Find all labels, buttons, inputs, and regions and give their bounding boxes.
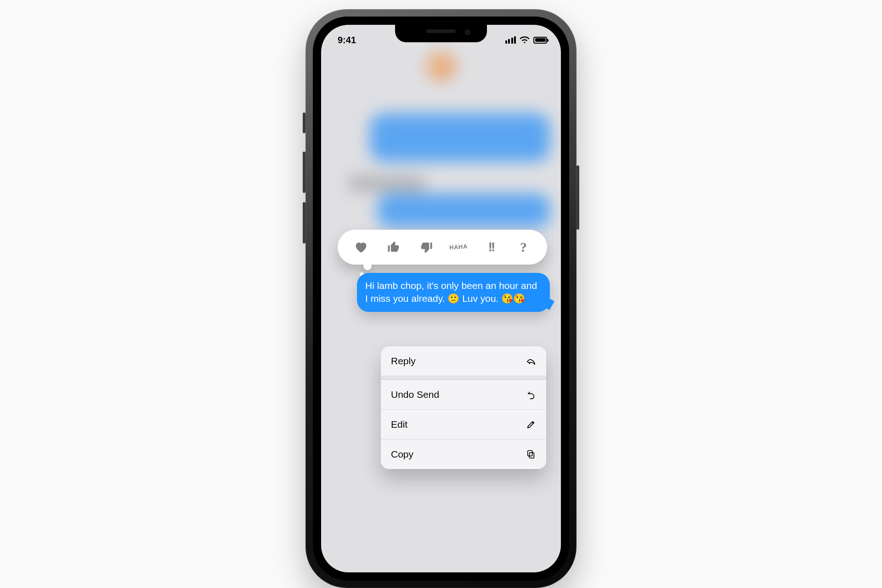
tapback-bar: HA HA !! ? (338, 230, 547, 265)
copy-icon (526, 449, 536, 459)
question-mark-icon: ? (520, 239, 527, 255)
menu-separator (381, 376, 546, 379)
side-button (577, 165, 579, 230)
double-exclamation-icon: !! (488, 240, 494, 254)
front-camera (465, 29, 470, 35)
mute-switch (303, 113, 305, 133)
tapback-heart[interactable] (351, 237, 371, 257)
volume-down-button (303, 202, 305, 243)
thumbs-up-icon (387, 240, 401, 254)
haha-text-bot: HA (458, 244, 468, 250)
message-context-menu: Reply Undo Send Edit Copy (381, 346, 546, 469)
pencil-icon (526, 419, 536, 430)
status-time: 9:41 (338, 35, 356, 45)
cellular-signal-icon (505, 36, 516, 44)
svg-rect-0 (529, 452, 534, 458)
phone-bezel: 9:41 (313, 17, 569, 581)
haha-text-top: HA (449, 244, 459, 250)
undo-icon (526, 390, 536, 400)
tapback-haha[interactable]: HA HA (448, 237, 469, 258)
tapback-question[interactable]: ? (514, 237, 534, 257)
tapback-like[interactable] (384, 237, 404, 257)
menu-label: Reply (391, 356, 416, 367)
menu-item-copy[interactable]: Copy (381, 439, 546, 469)
phone-screen: 9:41 (321, 25, 561, 572)
display-notch (395, 25, 487, 42)
bubble-tail (541, 296, 554, 310)
heart-icon (354, 240, 368, 254)
menu-item-reply[interactable]: Reply (381, 346, 546, 376)
wifi-icon (520, 36, 530, 44)
message-text: Hi lamb chop, it's only been an hour and… (365, 279, 542, 305)
menu-item-edit[interactable]: Edit (381, 409, 546, 439)
tapback-dislike[interactable] (416, 237, 436, 257)
thumbs-down-icon (419, 240, 433, 254)
iphone-frame: 9:41 (305, 9, 577, 588)
tapback-tail-dot (363, 262, 372, 270)
message-action-overlay: HA HA !! ? Hi lamb chop, it's only been … (321, 25, 561, 572)
battery-icon (533, 37, 547, 44)
focused-message-bubble[interactable]: Hi lamb chop, it's only been an hour and… (357, 273, 550, 312)
tapback-emphasize[interactable]: !! (481, 237, 501, 257)
menu-label: Copy (391, 449, 413, 460)
menu-label: Edit (391, 419, 407, 430)
volume-up-button (303, 152, 305, 193)
menu-item-undo-send[interactable]: Undo Send (381, 379, 546, 409)
reply-arrow-icon (526, 356, 536, 366)
svg-rect-1 (528, 451, 532, 456)
menu-label: Undo Send (391, 389, 439, 400)
earpiece-speaker (426, 29, 456, 33)
status-right-cluster (505, 36, 548, 44)
